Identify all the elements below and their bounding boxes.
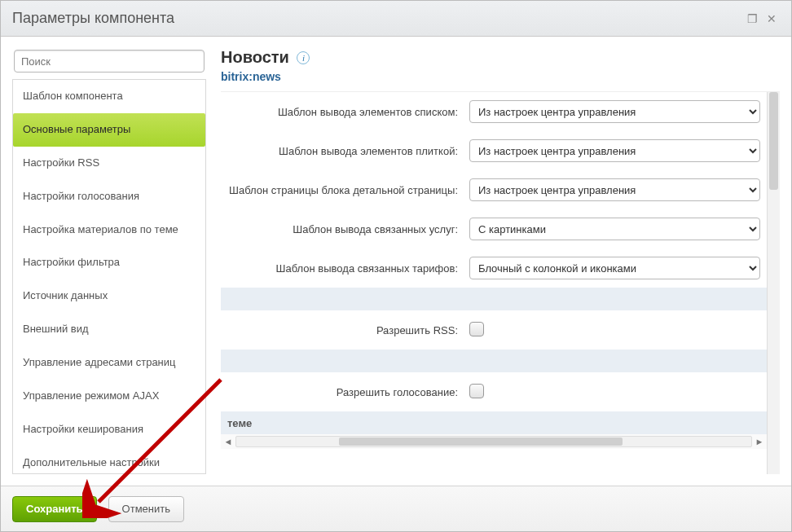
section-band — [221, 350, 767, 372]
params-table: Шаблон вывода элементов списком: Из наст… — [221, 92, 767, 434]
sidebar-item[interactable]: Дополнительные настройки — [13, 446, 205, 474]
scroll-right-icon[interactable]: ► — [752, 437, 767, 446]
sidebar-item[interactable]: Шаблон компонента — [13, 80, 205, 113]
param-select[interactable]: Блочный с колонкой и иконками — [469, 257, 760, 279]
search-row — [12, 48, 206, 79]
sidebar-item[interactable]: Настройки RSS — [13, 147, 205, 180]
section-band — [221, 288, 767, 310]
param-select[interactable]: Из настроек центра управления — [469, 100, 760, 123]
param-row: Шаблон вывода связанных тарифов: Блочный… — [221, 248, 767, 288]
sidebar: Шаблон компонента Основные параметры Нас… — [12, 48, 206, 474]
dialog-body: Шаблон компонента Основные параметры Нас… — [1, 37, 791, 486]
param-row: Разрешить голосование: — [221, 372, 767, 411]
component-title: Новости — [221, 48, 289, 67]
params-scroll: Шаблон вывода элементов списком: Из наст… — [221, 92, 767, 474]
param-row: Шаблон вывода элементов плиткой: Из наст… — [221, 131, 767, 170]
section-band-partial: теме — [221, 411, 767, 434]
main-header: Новости i bitrix:news — [221, 48, 780, 91]
close-icon[interactable]: ✕ — [763, 11, 780, 27]
param-row: Шаблон вывода связанных услуг: С картинк… — [221, 209, 767, 248]
search-input[interactable] — [14, 50, 205, 73]
param-label: Разрешить голосование: — [221, 386, 469, 398]
sidebar-item[interactable]: Управление режимом AJAX — [13, 380, 205, 413]
param-label: Шаблон вывода элементов плиткой: — [221, 145, 469, 157]
checkbox-allow-rss[interactable] — [469, 322, 484, 336]
param-label: Шаблон вывода связанных тарифов: — [221, 262, 469, 275]
sidebar-item[interactable]: Настройки фильтра — [13, 246, 205, 279]
sidebar-item[interactable]: Настройки голосования — [13, 180, 205, 213]
sidebar-item[interactable]: Настройки кеширования — [13, 413, 205, 446]
sidebar-nav[interactable]: Шаблон компонента Основные параметры Нас… — [12, 79, 206, 474]
param-label: Шаблон вывода элементов списком: — [221, 106, 469, 118]
params-area: Шаблон вывода элементов списком: Из наст… — [221, 91, 780, 474]
param-row: Разрешить RSS: — [221, 310, 767, 350]
save-button[interactable]: Сохранить — [12, 496, 97, 522]
titlebar: Параметры компонента ❐ ✕ — [1, 1, 791, 37]
param-row: Шаблон вывода элементов списком: Из наст… — [221, 92, 767, 131]
param-select[interactable]: Из настроек центра управления — [469, 178, 760, 201]
scroll-thumb[interactable] — [339, 437, 623, 446]
dialog-window: Параметры компонента ❐ ✕ Шаблон компонен… — [0, 0, 792, 532]
param-row: Шаблон страницы блока детальной страницы… — [221, 170, 767, 209]
sidebar-item[interactable]: Настройка материалов по теме — [13, 213, 205, 247]
vertical-scrollbar[interactable] — [767, 92, 780, 474]
param-label: Шаблон вывода связанных услуг: — [221, 223, 469, 235]
sidebar-item[interactable]: Управление адресами страниц — [13, 346, 205, 380]
component-code: bitrix:news — [221, 70, 780, 83]
scroll-track[interactable] — [235, 436, 752, 447]
horizontal-scrollbar[interactable]: ◄ ► — [221, 434, 767, 449]
info-icon[interactable]: i — [297, 51, 310, 64]
checkbox-allow-vote[interactable] — [469, 384, 484, 398]
window-title: Параметры компонента — [12, 10, 741, 27]
sidebar-item[interactable]: Внешний вид — [13, 313, 205, 346]
param-select[interactable]: С картинками — [469, 218, 760, 240]
cancel-button[interactable]: Отменить — [108, 496, 184, 522]
param-label: Шаблон страницы блока детальной страницы… — [221, 184, 469, 196]
main-panel: Новости i bitrix:news Шаблон вывода элем… — [221, 48, 780, 474]
dialog-footer: Сохранить Отменить — [1, 486, 791, 531]
scroll-left-icon[interactable]: ◄ — [221, 437, 235, 446]
scroll-thumb[interactable] — [769, 92, 778, 190]
param-select[interactable]: Из настроек центра управления — [469, 139, 760, 162]
maximize-icon[interactable]: ❐ — [744, 11, 760, 27]
sidebar-item[interactable]: Источник данных — [13, 279, 205, 313]
sidebar-item-active[interactable]: Основные параметры — [13, 113, 205, 147]
param-label: Разрешить RSS: — [221, 324, 469, 336]
